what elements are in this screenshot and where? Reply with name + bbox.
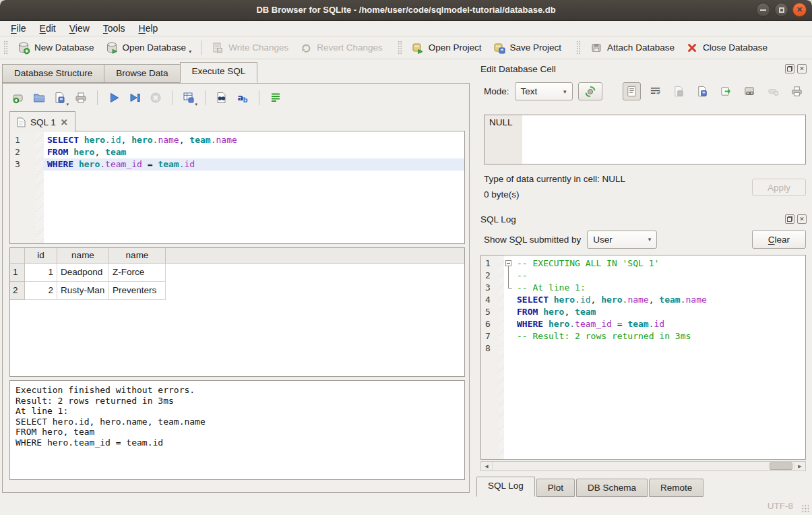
cell-editor-toolbar [623, 82, 806, 100]
status-bar: UTF-8 [0, 497, 812, 515]
column-header-1[interactable]: name [57, 248, 109, 264]
new-database-label: New Database [34, 42, 94, 53]
tab-browse-data[interactable]: Browse Data [104, 64, 180, 83]
import-data-icon [720, 85, 732, 98]
close-database-button[interactable]: Close Database [680, 38, 773, 57]
cell[interactable]: Z-Force [109, 264, 166, 282]
mode-select[interactable]: Text ▾ [515, 82, 573, 100]
column-header-2[interactable]: name [109, 248, 166, 264]
new-database-button[interactable]: New Database [11, 38, 100, 57]
save-cell-button[interactable] [670, 82, 688, 100]
toolbar-handle-2[interactable] [398, 40, 402, 55]
find-replace-button[interactable] [213, 89, 230, 107]
clear-button[interactable]: Clear [752, 230, 806, 249]
execute-sql-panel: ▾ [2, 83, 470, 493]
open-database-dropdown-icon[interactable]: ▾ [189, 49, 191, 57]
sql-tab[interactable]: SQL 1 ✕ [9, 111, 75, 132]
sql-editor[interactable]: 1SELECT hero.id, hero.name, team.name2FR… [9, 131, 465, 244]
column-header-0[interactable]: id [25, 248, 57, 264]
stop-button[interactable] [147, 89, 164, 107]
sql-tab-close-icon[interactable]: ✕ [61, 117, 68, 127]
word-wrap-button[interactable] [646, 82, 664, 100]
dock-tab-remote[interactable]: Remote [649, 479, 704, 497]
text-mode-button[interactable] [623, 82, 641, 100]
toolbar-handle-3[interactable] [576, 40, 581, 55]
cell[interactable]: Deadpond [57, 264, 109, 282]
save-as-button[interactable] [693, 82, 712, 100]
tab-execute-sql[interactable]: Execute SQL [180, 62, 258, 83]
save-sql-dropdown-icon[interactable]: ▾ [66, 102, 69, 107]
revert-changes-button[interactable]: Revert Changes [294, 38, 388, 57]
dock-tab-db-schema[interactable]: DB Schema [576, 479, 648, 497]
save-project-button[interactable]: Save Project [487, 38, 567, 57]
menu-help[interactable]: Help [132, 22, 165, 35]
save-results-dropdown-icon[interactable]: ▾ [195, 102, 197, 107]
menu-edit[interactable]: Edit [33, 22, 63, 35]
minimize-button[interactable] [756, 3, 770, 17]
float-panel-icon[interactable] [785, 64, 794, 73]
import-data-button[interactable] [717, 82, 735, 100]
scroll-right-icon[interactable]: ▶ [794, 462, 805, 471]
menu-tools[interactable]: Tools [96, 22, 132, 35]
save-sql-file-button[interactable]: ▾ [51, 89, 69, 107]
resize-grip-icon[interactable] [801, 504, 810, 513]
open-sql-tab-button[interactable] [9, 89, 27, 107]
edit-cell-dock-buttons: ✕ [785, 64, 807, 73]
close-button[interactable]: ✕ [792, 3, 807, 17]
attach-database-button[interactable]: Attach Database [584, 38, 680, 57]
execute-all-button[interactable] [105, 89, 123, 107]
print-cell-button[interactable] [788, 82, 806, 100]
log-filter-select[interactable]: User ▾ [587, 231, 657, 249]
scrollbar-track[interactable] [493, 462, 794, 471]
open-url-button[interactable] [741, 82, 759, 100]
save-results-button[interactable]: ▾ [180, 89, 197, 107]
sql-log-hscrollbar[interactable]: ◀ ▶ [480, 461, 806, 471]
format-sql-button[interactable] [267, 89, 284, 107]
cell-editor[interactable]: NULL [484, 115, 806, 164]
menu-view[interactable]: View [63, 22, 96, 35]
title-bar[interactable]: DB Browser for SQLite - /home/user/code/… [0, 0, 812, 21]
cell[interactable]: 1 [25, 264, 57, 282]
sql-log-close-panel-icon[interactable]: ✕ [797, 214, 807, 224]
open-project-button[interactable]: Open Project [406, 38, 487, 57]
code-line-4: 4SELECT hero.id, hero.name, team.name [481, 294, 805, 306]
execute-line-button[interactable] [126, 89, 144, 107]
dock-tab-sql-log[interactable]: SQL Log [476, 477, 535, 497]
write-changes-button[interactable]: Write Changes [206, 38, 294, 57]
apply-button[interactable]: Apply [752, 179, 806, 196]
line-number: 8 [481, 342, 499, 355]
fold-marker[interactable] [504, 258, 515, 270]
scroll-left-icon[interactable]: ◀ [481, 462, 493, 471]
window-title: DB Browser for SQLite - /home/user/code/… [0, 0, 812, 20]
dock-tab-plot[interactable]: Plot [536, 479, 575, 497]
toolbar-handle[interactable] [3, 40, 8, 55]
set-null-icon [767, 85, 780, 98]
maximize-button[interactable] [774, 3, 788, 17]
close-panel-icon[interactable]: ✕ [797, 64, 807, 73]
cell[interactable]: Rusty-Man [57, 282, 109, 300]
fold-marker [504, 342, 515, 355]
set-null-button[interactable] [764, 82, 782, 100]
auto-completion-button[interactable]: a b [234, 89, 251, 107]
open-database-button[interactable]: Open Database ▾ [100, 38, 197, 57]
encoding-indicator[interactable]: UTF-8 [768, 501, 793, 511]
format-sql-icon [269, 91, 282, 104]
cell[interactable]: Preventers [109, 282, 166, 300]
cell-editor-body[interactable] [522, 115, 805, 164]
auto-switch-mode-button[interactable] [578, 82, 602, 100]
tab-database-structure[interactable]: Database Structure [2, 64, 104, 83]
row-header[interactable]: 2 [10, 282, 25, 300]
print-sql-button[interactable] [72, 89, 90, 107]
menu-file[interactable]: File [4, 22, 33, 35]
open-sql-file-button[interactable] [30, 89, 48, 107]
results-corner[interactable] [10, 248, 25, 264]
print-icon [74, 91, 88, 104]
row-header[interactable]: 1 [10, 264, 25, 282]
line-number: 4 [481, 294, 499, 306]
scrollbar-thumb[interactable] [770, 462, 792, 470]
execution-status[interactable]: Execution finished without errors. Resul… [9, 380, 465, 480]
sql-log-float-panel-icon[interactable] [785, 214, 794, 224]
sql-log-view[interactable]: 1-- EXECUTING ALL IN 'SQL 1'2--3-- At li… [480, 255, 806, 460]
cell[interactable]: 2 [25, 282, 57, 300]
fold-margin [36, 158, 44, 171]
